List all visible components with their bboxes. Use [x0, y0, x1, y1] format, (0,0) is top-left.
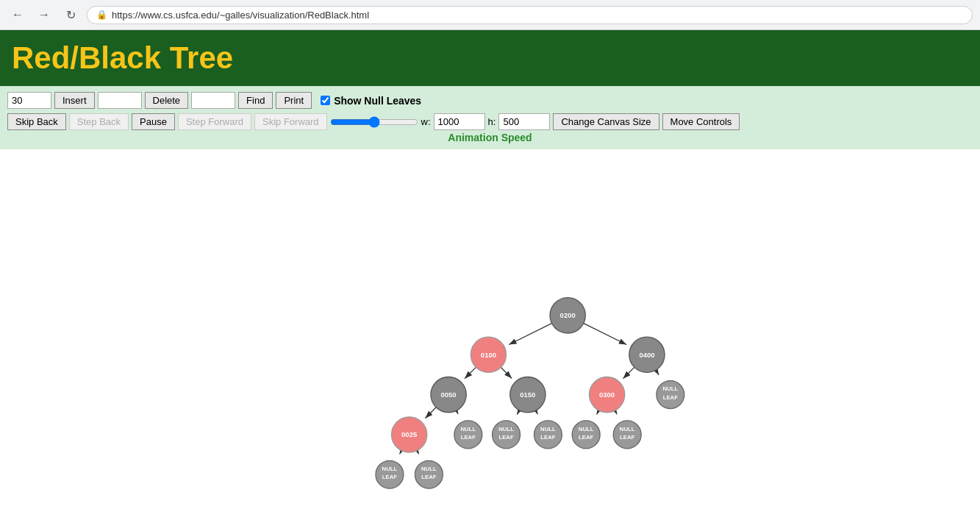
tree-node-nnl7: NULLLEAF — [375, 460, 403, 488]
node-label-nnl5-1: LEAF — [579, 434, 594, 441]
w-input[interactable] — [434, 113, 485, 130]
skip-forward-button: Skip Forward — [254, 113, 327, 130]
node-label-nnl4-1: LEAF — [540, 434, 556, 441]
tree-edge-12 — [399, 451, 401, 455]
tree-node-nnl3: NULLLEAF — [492, 421, 520, 449]
tree-node-nnl8: NULLLEAF — [415, 460, 443, 488]
insert-button[interactable]: Insert — [54, 92, 95, 109]
move-controls-button[interactable]: Move Controls — [662, 113, 740, 130]
skip-back-button[interactable]: Skip Back — [7, 113, 66, 130]
speed-slider-container — [330, 116, 418, 128]
forward-button[interactable]: → — [34, 4, 54, 25]
controls-row2: Skip Back Step Back Pause Step Forward S… — [7, 113, 973, 130]
tree-node-nnl6: NULLLEAF — [613, 421, 641, 449]
speed-slider[interactable] — [330, 116, 418, 128]
back-button[interactable]: ← — [7, 4, 28, 25]
tree-edge-10 — [596, 410, 598, 414]
tree-edge-4 — [623, 367, 634, 378]
tree-edge-2 — [465, 367, 476, 378]
node-label-n025: 0025 — [401, 430, 417, 438]
delete-input[interactable] — [98, 92, 142, 109]
url-text: https://www.cs.usfca.edu/~galles/visuali… — [112, 10, 369, 21]
node-label-nnl8-1: LEAF — [421, 474, 437, 480]
tree-edge-3 — [501, 368, 512, 379]
h-input[interactable] — [498, 113, 550, 130]
page-title: Red/Black Tree — [12, 40, 233, 75]
tree-edge-9 — [535, 410, 537, 414]
tree-edge-5 — [656, 370, 659, 375]
tree-node-n025: 0025 — [391, 417, 426, 452]
tree-edge-7 — [456, 410, 457, 414]
node-label-nnl4-0: NULL — [540, 426, 556, 432]
tree-node-n150: 0150 — [509, 377, 545, 412]
node-label-nnl6-1: LEAF — [620, 434, 635, 441]
node-label-nnl7-0: NULL — [382, 466, 397, 472]
insert-input[interactable] — [7, 92, 51, 109]
tree-node-nnl1: NULLLEAF — [656, 381, 684, 409]
tree-edge-6 — [425, 407, 436, 418]
node-label-nnl8-0: NULL — [421, 466, 437, 472]
show-null-text: Show Null Leaves — [334, 95, 421, 107]
canvas-area: 020001000400005001500300NULLLEAF0025NULL… — [0, 149, 980, 517]
node-label-nnl1-1: LEAF — [662, 394, 678, 401]
pause-button[interactable]: Pause — [132, 113, 175, 130]
controls-row1: Insert Delete Find Print Show Null Leave… — [7, 92, 973, 109]
lock-icon: 🔒 — [96, 10, 107, 20]
tree-node-n100: 0100 — [471, 337, 506, 372]
node-label-nnl3-1: LEAF — [498, 434, 514, 441]
tree-node-nnl5: NULLLEAF — [572, 421, 600, 449]
controls-area: Insert Delete Find Print Show Null Leave… — [0, 86, 980, 149]
node-label-n400: 0400 — [639, 351, 654, 359]
tree-edge-0 — [509, 324, 551, 345]
print-button[interactable]: Print — [276, 92, 312, 109]
node-label-nnl3-0: NULL — [498, 426, 514, 432]
h-label: h: — [488, 116, 496, 127]
find-input[interactable] — [191, 92, 235, 109]
show-null-checkbox[interactable] — [321, 96, 330, 105]
tree-node-n400: 0400 — [629, 337, 664, 372]
tree-node-n050: 0050 — [430, 377, 465, 412]
tree-node-n200: 0200 — [550, 298, 585, 333]
tree-node-nnl4: NULLLEAF — [534, 421, 562, 449]
animation-speed-label: Animation Speed — [7, 132, 973, 143]
nodes-group: 020001000400005001500300NULLLEAF0025NULL… — [375, 298, 684, 488]
tree-edge-11 — [615, 410, 617, 414]
node-label-nnl6-0: NULL — [619, 426, 634, 432]
node-label-nnl5-0: NULL — [578, 426, 593, 432]
tree-node-nnl2: NULLLEAF — [454, 421, 482, 449]
step-back-button: Step Back — [69, 113, 129, 130]
node-label-nnl2-0: NULL — [460, 426, 476, 432]
node-label-nnl1-0: NULL — [662, 385, 678, 392]
node-label-n050: 0050 — [440, 391, 456, 399]
node-label-nnl7-1: LEAF — [382, 474, 397, 480]
step-forward-button: Step Forward — [178, 113, 251, 130]
delete-button[interactable]: Delete — [145, 92, 189, 109]
node-label-n200: 0200 — [559, 311, 575, 319]
reload-button[interactable]: ↻ — [60, 4, 81, 25]
tree-edge-1 — [583, 324, 626, 345]
tree-node-n300: 0300 — [589, 377, 624, 412]
find-button[interactable]: Find — [238, 92, 273, 109]
tree-edge-8 — [517, 410, 519, 415]
tree-svg: 020001000400005001500300NULLLEAF0025NULL… — [123, 149, 858, 517]
node-label-n300: 0300 — [599, 391, 615, 399]
change-canvas-button[interactable]: Change Canvas Size — [553, 113, 659, 130]
tree-edge-13 — [417, 451, 418, 455]
node-label-n100: 0100 — [480, 351, 496, 359]
show-null-label: Show Null Leaves — [321, 95, 421, 107]
node-label-nnl2-1: LEAF — [460, 434, 476, 441]
browser-chrome: ← → ↻ 🔒 https://www.cs.usfca.edu/~galles… — [0, 0, 980, 30]
address-bar: 🔒 https://www.cs.usfca.edu/~galles/visua… — [87, 6, 973, 24]
w-label: w: — [421, 116, 431, 127]
page-header: Red/Black Tree — [0, 30, 980, 86]
node-label-n150: 0150 — [520, 391, 535, 399]
